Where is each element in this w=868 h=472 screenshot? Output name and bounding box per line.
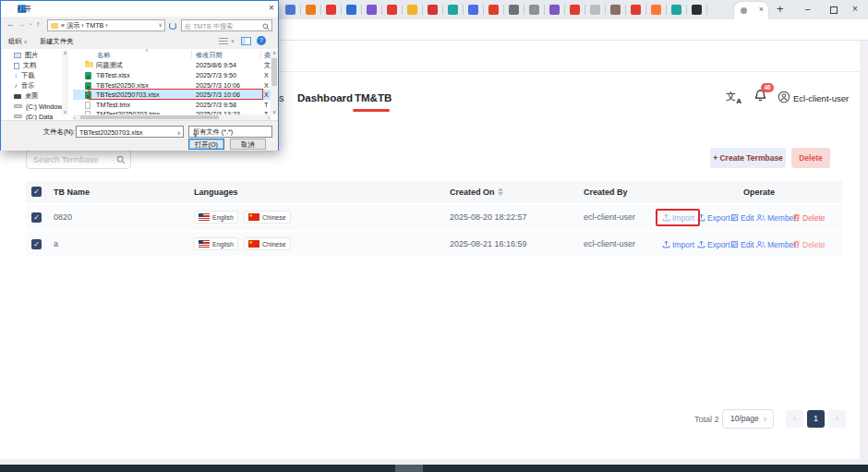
help-icon[interactable]: ? — [257, 36, 266, 45]
op-edit-link[interactable]: Edit — [730, 205, 754, 230]
user-avatar-icon[interactable] — [778, 91, 790, 107]
file-list-vertical-scrollbar[interactable]: ∧ ∨ — [271, 50, 278, 115]
tab-favicon[interactable] — [529, 5, 539, 15]
tab-favicon[interactable] — [407, 5, 417, 15]
breadcrumb-text[interactable]: « 演示 › TMTB › — [61, 20, 108, 30]
dialog-search-box[interactable] — [181, 19, 272, 31]
prev-page-button[interactable]: ‹ — [786, 410, 803, 428]
active-tab[interactable]: × — [734, 2, 768, 19]
tab-favicon[interactable] — [326, 5, 336, 15]
nav-back-icon[interactable]: ← — [6, 19, 15, 29]
scroll-up-icon[interactable]: ∧ — [272, 50, 276, 55]
row-checkbox[interactable]: ✓ — [31, 212, 42, 223]
new-folder-button[interactable]: 新建文件夹 — [40, 37, 73, 46]
nav-history-caret[interactable]: ⌄ — [29, 19, 33, 26]
dialog-close-button[interactable]: × — [265, 1, 278, 16]
sort-icon[interactable] — [498, 188, 503, 196]
address-caret-icon[interactable]: ∨ — [159, 20, 163, 30]
page-size-select[interactable]: 10/page ∨ — [722, 409, 774, 429]
sidebar-item-desktop[interactable]: 桌面 — [14, 91, 38, 101]
pictures-icon — [14, 53, 21, 58]
next-page-button[interactable]: › — [828, 410, 846, 428]
nav-forward-icon[interactable]: → — [18, 19, 26, 29]
filename-input[interactable] — [79, 127, 172, 137]
dialog-title-bar[interactable]: 打开 — [1, 1, 278, 17]
sidebar-item-pictures[interactable]: 图片 — [14, 51, 38, 60]
delete-selected-button[interactable]: Delete — [791, 148, 830, 168]
tab-favicon[interactable] — [428, 5, 438, 15]
dialog-search-input[interactable] — [185, 21, 259, 30]
tab-favicon[interactable] — [549, 5, 560, 15]
op-member-link[interactable]: Member — [756, 205, 796, 230]
op-edit-link[interactable]: Edit — [730, 232, 754, 257]
column-operate: Operate — [743, 181, 775, 203]
page-scrollbar[interactable] — [860, 41, 868, 459]
termbase-search-box[interactable] — [26, 150, 131, 169]
tab-favicon[interactable] — [285, 5, 295, 15]
termbase-search-input[interactable] — [33, 151, 115, 167]
open-button[interactable]: 打开(O) — [188, 139, 224, 150]
op-member-link[interactable]: Member — [756, 232, 796, 257]
cancel-button[interactable]: 取消 — [230, 139, 266, 150]
file-list-column-name[interactable]: 名称 — [97, 51, 110, 60]
sidebar-scrollbar[interactable]: ∧ ∨ — [62, 50, 68, 115]
file-row[interactable]: 问题测试 2025/8/6 9:54 文 — [73, 60, 271, 70]
tab-favicon[interactable] — [590, 5, 600, 15]
view-list-icon[interactable] — [219, 38, 228, 45]
preview-pane-icon[interactable] — [241, 37, 251, 45]
organize-menu[interactable]: 组织 ∨ — [8, 37, 27, 46]
op-import-link[interactable]: Import — [662, 232, 694, 257]
op-delete-link[interactable]: Delete — [792, 232, 826, 257]
maximize-button[interactable] — [830, 6, 838, 14]
filename-combo[interactable]: ∨ — [76, 126, 184, 138]
window-close-button[interactable]: × — [852, 4, 858, 14]
refresh-icon[interactable] — [167, 19, 178, 31]
page-number-button[interactable]: 1 — [807, 410, 825, 428]
tab-favicon[interactable] — [488, 5, 499, 15]
username[interactable]: Ecl-client-user — [793, 93, 849, 103]
sidebar-item-music[interactable]: ♪音乐 — [14, 81, 34, 91]
tab-favicon[interactable] — [631, 5, 641, 15]
nav-up-icon[interactable]: ↑ — [36, 19, 41, 29]
new-tab-button[interactable]: + — [777, 2, 784, 16]
tab-favicon[interactable] — [346, 5, 356, 15]
tab-favicon[interactable] — [387, 5, 397, 15]
header-checkbox[interactable]: ✓ — [31, 187, 42, 197]
create-termbase-button[interactable]: + Create Termbase — [710, 148, 786, 168]
address-breadcrumb[interactable]: « 演示 › TMTB › ∨ — [47, 19, 165, 31]
sidebar-item-documents[interactable]: 文档 — [14, 61, 36, 70]
sidebar-item-c-drive[interactable]: (C:) Windows — [14, 102, 66, 111]
tab-favicon[interactable] — [570, 5, 580, 15]
column-tb-name: TB Name — [54, 181, 90, 203]
tab-favicon[interactable] — [651, 5, 661, 15]
op-export-link[interactable]: Export — [697, 232, 730, 257]
scroll-up-icon[interactable]: ∧ — [64, 50, 67, 55]
file-row[interactable]: x TBTest.xlsx 2025/7/3 9:50 X — [73, 70, 271, 80]
row-checkbox[interactable]: ✓ — [31, 239, 42, 249]
scroll-down-icon[interactable]: ∨ — [62, 109, 68, 115]
chevron-down-icon[interactable]: ∨ — [177, 129, 181, 136]
language-switch-icon[interactable]: 文 A — [726, 90, 741, 105]
column-created-on[interactable]: Created On — [450, 181, 495, 203]
tab-favicon[interactable] — [692, 5, 702, 15]
op-delete-link[interactable]: Delete — [792, 205, 826, 230]
tab-favicon[interactable] — [509, 5, 519, 15]
tab-favicon[interactable] — [671, 5, 681, 15]
scrollbar-thumb[interactable] — [80, 115, 219, 119]
tab-favicon[interactable] — [448, 5, 458, 15]
minimize-button[interactable]: – — [805, 4, 811, 14]
tab-favicon[interactable] — [367, 5, 377, 15]
op-export-link[interactable]: Export — [697, 205, 730, 230]
scroll-down-icon[interactable]: ∨ — [271, 109, 278, 115]
tab-favicon[interactable] — [306, 5, 316, 15]
file-list-column-modified[interactable]: 修改日期 — [196, 51, 223, 60]
scrollbar-thumb[interactable] — [271, 58, 277, 86]
tab-favicon[interactable] — [610, 5, 621, 15]
nav-tab-dashboard[interactable]: Dashboard — [297, 92, 353, 103]
sidebar-item-downloads[interactable]: ↓下载 — [14, 71, 34, 80]
nav-tab-tmtb[interactable]: TM&TB — [355, 92, 392, 103]
tab-favicon[interactable] — [468, 5, 478, 15]
view-caret-icon[interactable]: ∨ — [231, 38, 235, 43]
filetype-select[interactable]: 所有文件 (*.*) ∨ — [188, 126, 272, 138]
tab-close-icon[interactable]: × — [759, 5, 764, 14]
